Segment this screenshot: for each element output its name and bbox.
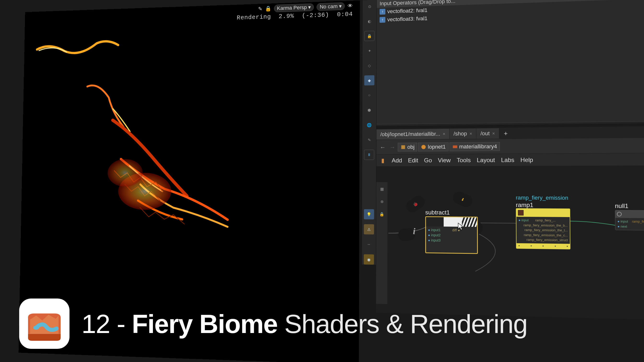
close-icon[interactable]: × bbox=[470, 131, 472, 136]
tool-icon[interactable]: ◐ bbox=[364, 16, 374, 26]
arrow-up-icon: ↑ bbox=[380, 17, 386, 23]
ring-seg[interactable]: ⬇ bbox=[451, 190, 474, 209]
nav-back-button[interactable]: ← bbox=[378, 143, 387, 152]
ramp-thumbnail-icon bbox=[518, 210, 524, 216]
arrow-down-icon: ⬇ bbox=[460, 196, 465, 202]
edit-icon[interactable]: ✎ bbox=[364, 135, 374, 145]
menu-layout[interactable]: Layout bbox=[477, 156, 495, 163]
node-header bbox=[615, 210, 644, 218]
light-icon[interactable]: 💡 bbox=[364, 209, 374, 219]
menu-edit[interactable]: Edit bbox=[408, 157, 418, 164]
tab-materiallib[interactable]: /obj/lopnet1/materiallibr...× bbox=[376, 129, 450, 139]
null-icon bbox=[617, 212, 622, 216]
svg-rect-5 bbox=[453, 145, 457, 148]
panel-resize-handle[interactable] bbox=[376, 121, 644, 126]
lock-panel-icon[interactable]: 🔒 bbox=[364, 31, 374, 41]
cam-selector[interactable]: No cam ▾ bbox=[316, 2, 345, 11]
globe-icon[interactable]: 🌐 bbox=[364, 120, 374, 130]
camera-dropdown[interactable]: Karma Persp ▾ bbox=[274, 3, 314, 12]
input-operators-panel: Input Operators (Drag/Drop to... ↑ vecto… bbox=[376, 0, 644, 126]
node-footer bbox=[516, 243, 570, 249]
breadcrumb-obj[interactable]: obj bbox=[398, 143, 417, 151]
node-title-ramp: ramp_fiery_emission bbox=[516, 195, 568, 201]
node-label-ramp: ramp1 bbox=[516, 201, 533, 208]
tool-icon[interactable]: ◇ bbox=[364, 60, 374, 71]
tool-icon[interactable]: ✦ bbox=[364, 45, 374, 56]
menu-marker-icon: ▮ bbox=[381, 157, 384, 164]
menu-view[interactable]: View bbox=[438, 157, 451, 164]
tool-icon[interactable]: ○ bbox=[364, 90, 374, 100]
chevron-down-icon: ▾ bbox=[308, 4, 311, 10]
sync-icon[interactable]: ↔ bbox=[364, 239, 374, 250]
info-icon[interactable]: i bbox=[413, 226, 415, 237]
tool-icon[interactable]: ▦ bbox=[378, 185, 386, 193]
node-null[interactable]: ● input ramp_fiery_... ● next bbox=[615, 210, 644, 231]
viewport-right-toolbar: ⊙ ◐ 🔒 ✦ ◇ ◆ ○ ⬢ 🌐 ✎ ⏸ 💡 ⚠ ↔ ◉ bbox=[362, 0, 377, 265]
menu-help[interactable]: Help bbox=[520, 156, 533, 163]
close-icon[interactable]: × bbox=[443, 131, 445, 136]
network-menu-bar: ▮ Add Edit Go View Tools Layout Labs Hel… bbox=[376, 153, 644, 166]
tab-out[interactable]: /out× bbox=[476, 128, 499, 139]
network-left-toolbar: ▦ ⊗ 🔒 bbox=[376, 182, 388, 304]
tab-shop[interactable]: /shop× bbox=[450, 128, 476, 139]
menu-labs[interactable]: Labs bbox=[501, 156, 514, 163]
breadcrumb-lopnet[interactable]: lopnet1 bbox=[418, 142, 448, 151]
node-ports: ● input ramp_fiery_... ● next bbox=[615, 218, 644, 231]
node-ports: ● input1 diff ● ● input2 ● input3 bbox=[426, 226, 477, 244]
menu-add[interactable]: Add bbox=[392, 157, 402, 164]
node-label-null: null1 bbox=[615, 202, 629, 210]
tool-icon[interactable]: ⬢ bbox=[364, 105, 374, 115]
snap-icon[interactable]: ◆ bbox=[364, 75, 374, 85]
tool-icon[interactable]: ⊙ bbox=[364, 1, 374, 11]
arrow-up-icon: ↑ bbox=[380, 9, 386, 15]
node-header bbox=[516, 209, 570, 217]
network-tabs: /obj/lopnet1/materiallibr...× /shop× /ou… bbox=[376, 126, 644, 140]
nav-forward-button[interactable]: → bbox=[388, 143, 397, 152]
chevron-down-icon: ▾ bbox=[339, 3, 342, 9]
lava-render-image bbox=[20, 13, 266, 272]
close-icon[interactable]: ⊗ bbox=[378, 198, 386, 206]
pause-icon[interactable]: ⏸ bbox=[364, 150, 374, 160]
render-viewport[interactable]: ✎ 🔒 Karma Persp ▾ No cam ▾ 👁 Rendering 2… bbox=[18, 0, 360, 362]
svg-point-4 bbox=[421, 145, 426, 149]
node-header bbox=[426, 217, 477, 227]
eye-icon[interactable]: 👁 bbox=[348, 3, 353, 9]
lock-icon[interactable]: 🔒 bbox=[378, 210, 386, 218]
add-tab-button[interactable]: + bbox=[502, 129, 510, 137]
menu-go[interactable]: Go bbox=[424, 157, 432, 164]
bug-icon: 🐞 bbox=[412, 201, 419, 207]
tool-icon[interactable]: ◉ bbox=[364, 254, 374, 265]
lock-icon[interactable]: 🔒 bbox=[265, 5, 271, 12]
pencil-icon[interactable]: ✎ bbox=[258, 6, 262, 12]
close-icon[interactable]: × bbox=[492, 131, 495, 136]
warn-icon[interactable]: ⚠ bbox=[364, 224, 374, 235]
node-label-subtract: subtract1 bbox=[425, 209, 450, 216]
breadcrumb-bar: ← → obj lopnet1 materiallibrary4 bbox=[376, 138, 644, 155]
node-ramp[interactable]: ● input ramp_fiery_... ramp_fiery_emissi… bbox=[516, 208, 570, 249]
svg-rect-3 bbox=[401, 145, 405, 149]
menu-tools[interactable]: Tools bbox=[457, 157, 471, 164]
breadcrumb-materiallib[interactable]: materiallibrary4 bbox=[450, 142, 500, 151]
svg-rect-0 bbox=[20, 13, 266, 272]
node-subtract[interactable]: ● input1 diff ● ● input2 ● input3 bbox=[425, 216, 478, 254]
node-ports: ● input ramp_fiery_... ramp_fiery_emissi… bbox=[516, 217, 570, 244]
